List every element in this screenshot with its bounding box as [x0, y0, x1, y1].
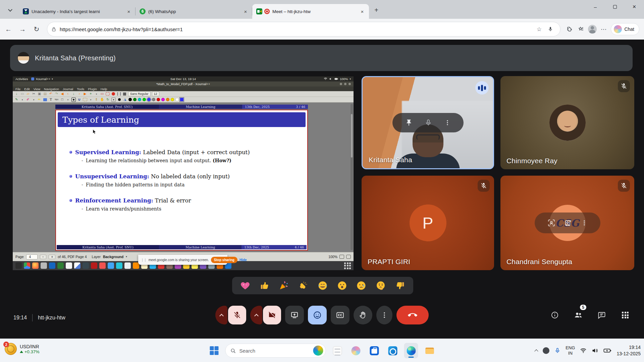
- framing-icon[interactable]: [547, 219, 555, 227]
- two-page-view-icon[interactable]: [339, 255, 344, 259]
- document-page-area[interactable]: Kritanta Saha (Asst. Prof. SNU) Machine …: [13, 103, 354, 252]
- mic-options-button[interactable]: [215, 306, 227, 324]
- color-yellow[interactable]: [171, 98, 174, 101]
- forward-button[interactable]: →: [17, 23, 28, 35]
- extensions-icon[interactable]: [565, 24, 575, 34]
- software-icon[interactable]: [41, 262, 47, 269]
- taskbar-outlook[interactable]: [386, 343, 400, 358]
- people-button[interactable]: 5: [571, 308, 586, 322]
- font-name-box[interactable]: Sans Regular: [128, 92, 151, 96]
- okular-icon[interactable]: [108, 262, 114, 269]
- taskbar-copilot[interactable]: [349, 343, 363, 358]
- redo-icon[interactable]: ↷: [54, 92, 59, 96]
- favorite-star-icon[interactable]: ☆: [534, 24, 544, 34]
- color-lime[interactable]: [143, 98, 146, 101]
- down-icon[interactable]: ↓: [71, 92, 76, 96]
- visual-effects-icon[interactable]: [564, 219, 572, 227]
- open-icon[interactable]: ▱: [26, 92, 30, 96]
- minimize-button[interactable]: –: [586, 0, 605, 13]
- text-tool-icon[interactable]: T: [49, 98, 53, 102]
- last-page-icon[interactable]: ▶: [83, 92, 87, 96]
- new-page-icon[interactable]: ▭: [20, 92, 24, 96]
- reaction-party-popper[interactable]: [278, 280, 289, 291]
- acrobat-icon[interactable]: [91, 262, 97, 269]
- menu-view[interactable]: View: [34, 87, 40, 91]
- taskbar-search[interactable]: Search: [225, 344, 326, 358]
- stop-icon[interactable]: [122, 92, 127, 96]
- record-icon[interactable]: [111, 92, 115, 96]
- back-button[interactable]: ←: [3, 23, 14, 35]
- mic-in-use-icon[interactable]: [554, 348, 560, 354]
- layer-dropdown-icon[interactable]: ▾: [126, 255, 127, 258]
- paste-icon[interactable]: ▤: [43, 92, 47, 96]
- default-tool-icon[interactable]: [71, 98, 76, 102]
- stop-sharing-button[interactable]: Stop sharing: [211, 257, 237, 263]
- color-blue-square[interactable]: [180, 98, 183, 101]
- favorites-bar-icon[interactable]: [576, 24, 586, 34]
- color-blue-selected[interactable]: [147, 98, 151, 101]
- slide-page[interactable]: Types of Learning Supervised Learning: L…: [55, 110, 308, 251]
- hide-sharing-bar-link[interactable]: Hide: [239, 258, 247, 262]
- present-button[interactable]: [285, 306, 304, 324]
- notes-icon[interactable]: [124, 262, 131, 269]
- shared-screen[interactable]: Activities Xournal++▾ Sat Dec 13, 19:14 …: [13, 76, 354, 270]
- save-icon[interactable]: ↓: [14, 92, 19, 96]
- volume-icon[interactable]: [592, 347, 598, 354]
- refresh-tool-icon[interactable]: ↻: [106, 98, 110, 102]
- tab-search-dropdown[interactable]: [3, 3, 17, 16]
- taskbar-file-explorer[interactable]: [423, 343, 437, 358]
- page-minus-button[interactable]: −: [40, 255, 47, 259]
- image-tool-icon[interactable]: [43, 98, 47, 102]
- menu-tools[interactable]: Tools: [77, 87, 84, 91]
- activities-button[interactable]: Activities: [15, 77, 28, 81]
- eraser-tool-icon[interactable]: ✐: [26, 98, 30, 102]
- participant-tile-chandrani[interactable]: CSG Chandrani Sengupta: [500, 176, 634, 270]
- color-cyan[interactable]: [138, 98, 141, 101]
- writer-icon[interactable]: [49, 262, 55, 269]
- color-green[interactable]: [133, 98, 137, 101]
- reaction-thinking[interactable]: [375, 280, 386, 291]
- participant-tile-prapti[interactable]: P PRAPTI GIRI: [362, 176, 494, 270]
- dropdown-caret-icon[interactable]: ▾: [66, 98, 70, 102]
- color-black[interactable]: [128, 98, 132, 101]
- reactions-button[interactable]: [308, 306, 327, 324]
- vertical-space-icon[interactable]: ⇕: [94, 98, 99, 102]
- tab-close-icon[interactable]: ×: [125, 8, 132, 15]
- firefox-icon[interactable]: [32, 262, 39, 269]
- pen-size-small-icon[interactable]: [111, 98, 116, 102]
- more-options-icon[interactable]: [581, 220, 588, 226]
- magnet-tool-icon[interactable]: ∪: [77, 98, 82, 102]
- menu-file[interactable]: File: [15, 87, 20, 91]
- tab-unacademy[interactable]: Unacademy - India's largest learni ×: [19, 4, 136, 19]
- color-orange[interactable]: [166, 98, 169, 101]
- color-gray[interactable]: [152, 98, 155, 101]
- delete-page-icon[interactable]: ▭: [100, 92, 104, 96]
- captions-button[interactable]: [331, 306, 350, 324]
- voice-search-icon[interactable]: [545, 24, 555, 34]
- hand-tool-icon[interactable]: ✋: [100, 98, 104, 102]
- battery-charging-icon[interactable]: [603, 347, 611, 354]
- reaction-thumbs-down[interactable]: [394, 280, 406, 291]
- menu-help[interactable]: Help: [101, 87, 107, 91]
- taskbar-store[interactable]: [367, 343, 381, 358]
- show-applications-icon[interactable]: [344, 262, 351, 269]
- camera-options-button[interactable]: [250, 306, 262, 324]
- more-options-button[interactable]: [376, 306, 392, 324]
- tray-app-icon[interactable]: [543, 347, 549, 354]
- reaction-crying[interactable]: [356, 280, 367, 291]
- tab-meet[interactable]: Meet – htt-jkzu-htw ×: [252, 4, 369, 19]
- presentation-view-icon[interactable]: [346, 255, 351, 259]
- profile-avatar[interactable]: [587, 24, 597, 34]
- end-call-button[interactable]: [396, 306, 429, 324]
- system-monitor-icon[interactable]: [15, 262, 22, 269]
- window-buttons[interactable]: [340, 83, 351, 85]
- restore-button[interactable]: [605, 0, 625, 13]
- start-button[interactable]: [208, 343, 221, 358]
- reaction-sparkling-heart[interactable]: [239, 280, 251, 291]
- taskbar-app-window[interactable]: [330, 343, 344, 358]
- participant-tile-kritanta[interactable]: Kritanta Saha: [362, 76, 494, 169]
- dropdown-caret-icon[interactable]: ▾: [20, 98, 24, 102]
- calc-icon[interactable]: [57, 262, 64, 269]
- menu-plugin[interactable]: Plugin: [88, 87, 97, 91]
- xournal-title-bar[interactable]: *Math_to_Model_FDP.pdf - Xournal++: [13, 81, 354, 86]
